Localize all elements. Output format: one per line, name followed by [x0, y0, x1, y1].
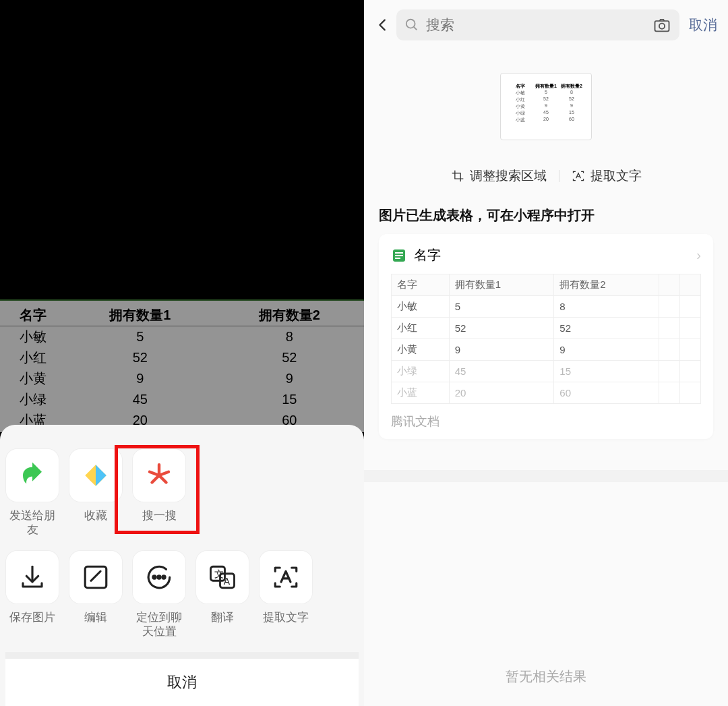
sheet-item-label: 收藏 [84, 508, 107, 523]
action-sheet: 发送给朋友收藏搜一搜 保存图片编辑定位到聊天位置文A翻译提取文字 取消 [0, 425, 364, 706]
table-cell: 60 [554, 382, 659, 404]
table-cell: 9 [65, 368, 214, 389]
table-cell: 52 [65, 347, 214, 368]
table-cell [679, 361, 700, 382]
search-input[interactable] [426, 17, 646, 33]
tencent-docs-icon [391, 247, 407, 264]
table-cell: 45 [449, 361, 554, 382]
doc-card-header: 名字 › [391, 246, 701, 264]
sheet-item-share[interactable]: 发送给朋友 [5, 449, 59, 537]
search-pill[interactable] [396, 9, 679, 40]
no-result-text: 暂无相关结果 [364, 668, 728, 706]
blank-area [364, 482, 728, 668]
table-cell [659, 361, 679, 382]
doc-th: 拥有数量1 [449, 274, 554, 296]
table-cell [659, 382, 679, 404]
adjust-area-label: 调整搜索区域 [470, 167, 547, 185]
table-row: 小红5252 [392, 318, 701, 339]
th-name: 名字 [0, 305, 65, 326]
chatloc-icon [133, 551, 185, 604]
action-sheet-row: 保存图片编辑定位到聊天位置文A翻译提取文字 [5, 551, 359, 653]
section-divider [364, 470, 728, 482]
sheet-item-label: 保存图片 [9, 610, 55, 624]
svg-point-5 [157, 473, 162, 478]
svg-point-14 [406, 20, 415, 28]
svg-point-8 [153, 575, 156, 578]
sheet-item-edit[interactable]: 编辑 [69, 551, 123, 639]
table-cell: 5 [449, 296, 554, 318]
table-cell: 9 [215, 368, 364, 389]
adjust-area-button[interactable]: 调整搜索区域 [451, 167, 547, 185]
chevron-left-icon [375, 18, 390, 32]
table-row: 小绿4515 [0, 389, 364, 410]
table-cell [659, 296, 679, 318]
share-icon [6, 449, 59, 502]
action-sheet-cancel-button[interactable]: 取消 [5, 652, 359, 706]
save-icon [6, 551, 59, 604]
doc-card[interactable]: 名字 › 名字拥有数量1拥有数量2 小敏58小红5252小黄99小绿4515小蓝… [379, 234, 713, 439]
table-cell: 小黄 [0, 368, 65, 389]
search-bar: 取消 [364, 0, 728, 40]
sheet-item-search[interactable]: 搜一搜 [132, 449, 186, 537]
doc-th: 名字 [392, 274, 450, 296]
table-cell [679, 296, 700, 318]
table-cell: 5 [65, 326, 214, 348]
table-cell: 8 [215, 326, 364, 348]
table-cell: 9 [449, 339, 554, 361]
sheet-item-save[interactable]: 保存图片 [5, 551, 59, 639]
chevron-right-icon: › [696, 247, 701, 263]
svg-rect-16 [655, 21, 669, 31]
svg-text:文: 文 [214, 568, 224, 579]
translate-icon: 文A [196, 551, 249, 604]
image-table: 名字 拥有数量1 拥有数量2 小敏58小红5252小黄99小绿4515小蓝206… [0, 299, 364, 432]
table-cell: 小红 [392, 318, 450, 339]
camera-icon[interactable] [653, 16, 671, 34]
table-row: 小蓝2060 [392, 382, 701, 404]
sheet-item-label: 提取文字 [263, 610, 309, 624]
sheet-item-label: 编辑 [84, 610, 107, 624]
edit-icon [69, 551, 122, 604]
ocr-icon [572, 169, 585, 183]
table-cell: 小绿 [392, 361, 450, 382]
thumbnail-area: 名字拥有数量1拥有数量2小敏58小红5252小黄99小绿4515小蓝2060 [364, 40, 728, 148]
divider [559, 170, 559, 182]
sheet-item-label: 翻译 [211, 610, 234, 624]
table-cell: 9 [554, 339, 659, 361]
sheet-item-extract[interactable]: 提取文字 [259, 551, 313, 639]
search-icon [404, 18, 419, 32]
extract-text-button[interactable]: 提取文字 [572, 167, 642, 185]
svg-line-15 [414, 27, 417, 30]
table-cell: 15 [215, 389, 364, 410]
crop-icon [451, 169, 464, 183]
back-button[interactable] [375, 17, 391, 33]
sheet-item-translate[interactable]: 文A翻译 [195, 551, 249, 639]
svg-point-7 [158, 575, 160, 578]
search-icon [133, 449, 185, 502]
table-row: 小绿4515 [392, 361, 701, 382]
table-row: 小敏58 [392, 296, 701, 318]
table-cell: 45 [65, 389, 214, 410]
table-cell: 小黄 [392, 339, 450, 361]
source-table: 名字 拥有数量1 拥有数量2 小敏58小红5252小黄99小绿4515小蓝206… [0, 305, 364, 431]
doc-th: 拥有数量2 [554, 274, 659, 296]
search-cancel-link[interactable]: 取消 [685, 16, 717, 34]
table-cell: 52 [215, 347, 364, 368]
table-cell: 小敏 [0, 326, 65, 348]
doc-th [659, 274, 679, 296]
svg-rect-21 [395, 258, 400, 259]
sheet-item-chatloc[interactable]: 定位到聊天位置 [132, 551, 186, 639]
svg-point-9 [162, 575, 165, 578]
svg-point-17 [659, 24, 665, 29]
table-cell: 小绿 [0, 389, 65, 410]
extract-text-label: 提取文字 [590, 167, 642, 185]
area-actions: 调整搜索区域 提取文字 [364, 148, 728, 206]
extract-icon [260, 551, 312, 604]
table-cell: 52 [449, 318, 554, 339]
image-thumbnail[interactable]: 名字拥有数量1拥有数量2小敏58小红5252小黄99小绿4515小蓝2060 [500, 73, 592, 140]
table-cell: 15 [554, 361, 659, 382]
table-row: 小红5252 [0, 347, 364, 368]
doc-th [679, 274, 700, 296]
right-panel: 取消 名字拥有数量1拥有数量2小敏58小红5252小黄99小绿4515小蓝206… [364, 0, 728, 706]
sheet-item-label: 定位到聊天位置 [132, 610, 186, 639]
th-col1: 拥有数量1 [65, 305, 214, 326]
